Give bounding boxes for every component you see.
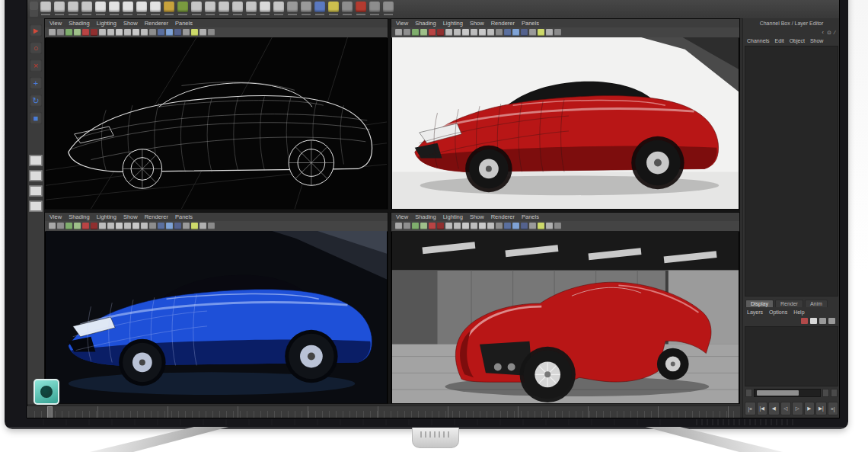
viewport-toolbar-icon[interactable] [199,223,206,229]
viewport-canvas-blue-car[interactable] [45,231,388,403]
shelf-button[interactable] [369,2,380,12]
shelf-button[interactable] [164,2,174,12]
step-forward-key-button[interactable]: ▶ [804,402,815,415]
step-forward-frame-button[interactable]: ▶| [815,402,827,415]
go-to-end-button[interactable]: »| [828,402,839,415]
layer-tab[interactable]: Render [775,300,803,307]
viewport-canvas-red-car[interactable] [391,37,739,209]
shelf-button[interactable] [314,2,325,12]
viewport-toolbar-icon[interactable] [49,29,56,36]
layer-editor-icon[interactable] [828,318,835,324]
viewport-toolbar-icon[interactable] [538,223,544,229]
viewport-toolbar-icon[interactable] [141,29,148,36]
viewport-toolbar-icon[interactable] [454,223,461,229]
viewport-toolbar-icon[interactable] [107,223,114,229]
viewport-toolbar-icon[interactable] [91,223,97,229]
viewport-menu-item[interactable]: View [49,213,62,220]
viewport-toolbar-icon[interactable] [487,29,494,36]
range-start-handle[interactable] [745,389,752,397]
channel-box-menu-item[interactable]: Show [810,38,824,43]
viewport-toolbar-icon[interactable] [208,29,215,36]
viewport-toolbar-icon[interactable] [546,223,553,229]
viewport-toolbar-icon[interactable] [116,223,123,229]
viewport-menu-item[interactable]: Renderer [145,20,168,27]
viewport-toolbar-icon[interactable] [82,29,89,36]
viewport-toolbar-icon[interactable] [116,29,123,36]
viewport-toolbar-icon[interactable] [529,29,536,36]
shelf-button[interactable] [383,2,394,12]
viewport-toolbar-icon[interactable] [420,223,427,229]
viewport-menu-item[interactable]: View [49,20,62,27]
viewport-menu-item[interactable]: Show [470,213,484,220]
viewport-menu-item[interactable]: Show [123,213,138,220]
layout-split-pane-button[interactable] [29,200,43,212]
viewport-toolbar-icon[interactable] [546,29,553,36]
viewport-menu-item[interactable]: View [396,213,408,220]
layer-tab[interactable]: Anim [805,300,828,307]
viewport-menu-item[interactable]: Lighting [443,20,463,27]
channel-box-tool-icon[interactable]: ‹ [822,29,824,37]
layer-editor-menu-item[interactable]: Help [793,309,804,315]
viewport-toolbar-icon[interactable] [174,223,181,229]
shelf-button[interactable] [342,2,353,12]
viewport-toolbar-icon[interactable] [454,29,461,36]
viewport-toolbar-icon[interactable] [554,29,561,36]
lasso-select-tool-icon[interactable]: ○ [30,42,42,54]
viewport-menu-item[interactable]: Shading [415,20,436,27]
viewport-toolbar-icon[interactable] [420,29,427,36]
move-tool-icon[interactable]: + [30,77,42,89]
shelf-button[interactable] [81,2,92,12]
viewport-menu-item[interactable]: Renderer [491,20,515,27]
viewport-toolbar-icon[interactable] [99,29,106,36]
viewport-toolbar-icon[interactable] [462,223,469,229]
viewport-toolbar-icon[interactable] [462,29,469,36]
shelf-button[interactable] [123,2,133,12]
time-slider-playhead[interactable] [47,406,53,418]
range-end-handle[interactable] [831,389,838,397]
shelf-button[interactable] [301,2,311,12]
shelf-button[interactable] [328,2,339,12]
viewport-menu-item[interactable]: Lighting [443,213,463,220]
go-to-start-button[interactable]: |« [745,402,756,415]
viewport-toolbar-icon[interactable] [437,223,444,229]
viewport-menu-item[interactable]: Panels [175,20,193,27]
viewport-toolbar-icon[interactable] [91,29,97,36]
viewport-toolbar-icon[interactable] [199,29,206,36]
viewport-toolbar-icon[interactable] [132,223,139,229]
range-slider-handle[interactable] [757,390,799,396]
viewport-menu-item[interactable]: Show [123,20,138,27]
shelf-button[interactable] [260,2,270,12]
layer-editor-icon[interactable] [801,318,808,324]
viewport-toolbar-icon[interactable] [529,223,536,229]
channel-box-tool-icon[interactable]: ∕ [834,29,835,37]
viewport-toolbar-icon[interactable] [166,223,173,229]
viewport-canvas-red-roadster[interactable] [391,231,739,403]
viewport-toolbar-icon[interactable] [174,29,181,36]
channel-box-tool-icon[interactable]: ⊙ [827,29,831,37]
viewport-toolbar-icon[interactable] [57,29,64,36]
layer-editor-icon[interactable] [810,318,817,324]
viewport-toolbar-icon[interactable] [554,223,561,229]
viewport-menu-item[interactable]: Lighting [97,20,116,27]
shelf-button[interactable] [150,2,161,12]
channel-box-menu-item[interactable]: Edit [775,38,784,43]
shelf-button[interactable] [232,2,243,12]
layout-two-pane-button[interactable] [29,170,43,181]
viewport-toolbar-icon[interactable] [82,223,89,229]
viewport-toolbar-icon[interactable] [429,29,436,36]
step-back-frame-button[interactable]: |◀ [757,402,768,415]
range-option-button[interactable] [822,389,829,397]
viewport-toolbar-icon[interactable] [166,29,173,36]
viewport-toolbar-icon[interactable] [149,29,156,36]
viewport-menu-item[interactable]: Shading [415,213,436,220]
shelf-button[interactable] [246,2,257,12]
shelf-button[interactable] [95,2,106,12]
viewport-toolbar-icon[interactable] [74,223,81,229]
viewport-menu-item[interactable]: Renderer [145,213,168,220]
viewport-menu-item[interactable]: Shading [69,213,90,220]
shelf-tab-arrows-icon[interactable] [30,2,38,17]
viewport-toolbar-icon[interactable] [65,223,72,229]
viewport-toolbar-icon[interactable] [158,223,164,229]
viewport-toolbar-icon[interactable] [395,223,402,229]
layout-single-pane-button[interactable] [29,155,43,166]
